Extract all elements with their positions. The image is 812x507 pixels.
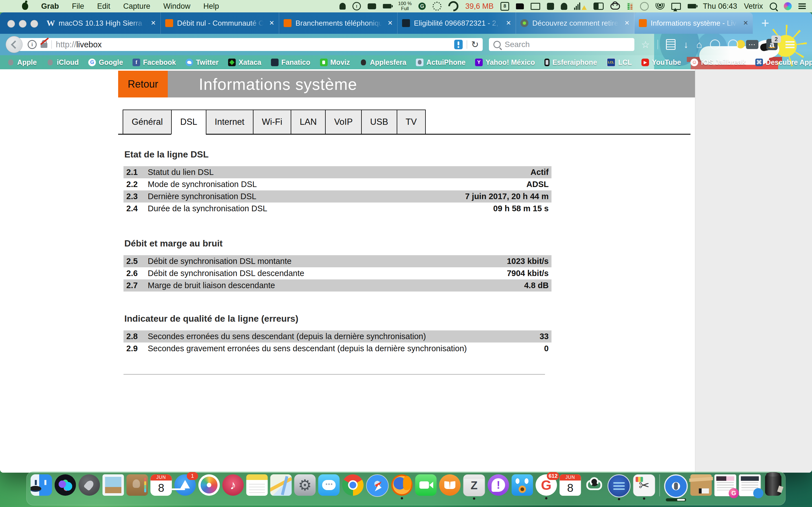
trash-dock-icon[interactable]: [765, 474, 781, 496]
tab-close-icon[interactable]: ✕: [269, 19, 274, 27]
tab-voip[interactable]: VoIP: [325, 110, 362, 135]
menu-app-name[interactable]: Grab: [41, 2, 59, 11]
downloads-icon[interactable]: ↓: [683, 39, 688, 50]
messages-dock-icon[interactable]: [318, 474, 340, 496]
menu-item-file[interactable]: File: [72, 2, 84, 11]
onepassword-dock-icon[interactable]: [664, 474, 688, 498]
tweetbot-dock-icon[interactable]: [512, 474, 533, 496]
bookmark-apple[interactable]: Apple: [7, 58, 37, 66]
finder-dock-icon[interactable]: [31, 474, 52, 496]
notes-dock-icon[interactable]: [246, 474, 268, 496]
contacts-dock-icon[interactable]: [126, 474, 148, 496]
itunes-dock-icon[interactable]: ♪: [222, 474, 244, 496]
app-store-dock-icon[interactable]: 1: [174, 474, 196, 496]
tab-close-icon[interactable]: ✕: [151, 19, 156, 27]
browser-tab[interactable]: Eligibilité 0966872321 - 2, Lo ✕: [398, 12, 516, 34]
g-menu-icon[interactable]: G: [418, 3, 426, 10]
facetime-dock-icon[interactable]: [415, 474, 437, 496]
cloudapp-dock-icon[interactable]: [583, 474, 605, 496]
g-app-dock-icon[interactable]: G612: [536, 474, 557, 496]
bookmark-fanatico[interactable]: Fanatico: [271, 58, 310, 66]
reading-list-icon[interactable]: [666, 39, 675, 50]
tab-general[interactable]: Général: [123, 110, 172, 135]
browser-tab[interactable]: Débit nul - Communauté Orange ✕: [161, 12, 279, 34]
tab-close-icon[interactable]: ✕: [388, 19, 393, 27]
page-info-icon[interactable]: i: [28, 40, 37, 49]
tab-wifi[interactable]: Wi-Fi: [253, 110, 291, 135]
spotlight-search-icon[interactable]: [770, 3, 777, 10]
firefox-dock-icon[interactable]: [391, 474, 413, 496]
documents-stack-icon[interactable]: [739, 474, 761, 496]
alert-circle-icon[interactable]: !: [352, 2, 361, 10]
bookmark-google[interactable]: GGoogle: [88, 58, 123, 66]
history-icon[interactable]: [710, 40, 720, 50]
time-machine-icon[interactable]: [640, 2, 649, 11]
card-menu-icon[interactable]: [368, 3, 376, 9]
bookmark-actuiphone[interactable]: ActuiPhone: [416, 58, 465, 66]
tab-usb[interactable]: USB: [361, 110, 397, 135]
downloads-stack-icon[interactable]: G: [714, 474, 737, 496]
notifications-bell-icon[interactable]: [340, 3, 346, 10]
url-bar[interactable]: i http://livebox ↻: [18, 38, 483, 51]
bookmark-descubre-apple[interactable]: ⌘Descubre Apple: [755, 58, 812, 66]
browser-tab[interactable]: Branchements téléphonique ✕: [279, 12, 398, 34]
blue-chat-dock-icon[interactable]: [608, 474, 631, 497]
menu-username[interactable]: Vetrix: [744, 2, 763, 11]
signal-warning-icon[interactable]: [574, 3, 587, 10]
browser-tab[interactable]: Découvrez comment retirer u ✕: [516, 12, 635, 34]
wifi-icon[interactable]: [656, 3, 665, 10]
grab-dock-icon[interactable]: ✂: [633, 474, 655, 496]
zoom-window-button[interactable]: [31, 20, 38, 27]
chrome-dock-icon[interactable]: [342, 474, 364, 496]
launchpad-dock-icon[interactable]: [79, 474, 100, 496]
network-monitor-icon[interactable]: [446, 0, 461, 13]
folder-menu-icon[interactable]: [516, 3, 524, 9]
tab-dsl[interactable]: DSL: [171, 110, 206, 135]
battery-charging-icon[interactable]: [688, 4, 696, 8]
close-window-button[interactable]: [7, 20, 15, 27]
page-action-icon[interactable]: [454, 40, 463, 49]
brightness-icon[interactable]: [433, 2, 442, 11]
tab-internet[interactable]: Internet: [206, 110, 253, 135]
bookmark-moviz[interactable]: Moviz: [320, 58, 350, 66]
airplay-icon[interactable]: [671, 3, 681, 10]
search-bar[interactable]: Search: [489, 38, 635, 51]
calendar-dock-icon[interactable]: JUN8: [151, 474, 172, 496]
back-button[interactable]: [6, 36, 22, 53]
menu-item-edit[interactable]: Edit: [97, 2, 110, 11]
insecure-lock-icon[interactable]: [41, 43, 47, 48]
system-preferences-dock-icon[interactable]: ⚙: [294, 474, 316, 496]
bookmark-star-icon[interactable]: ☆: [641, 39, 650, 50]
bookmark-yahoo[interactable]: YYahoo! México: [475, 58, 535, 66]
bookmark-facebook[interactable]: fFacebook: [133, 58, 176, 66]
maps-dock-icon[interactable]: [270, 474, 292, 496]
bookmark-applesfera[interactable]: Applesfera: [359, 58, 406, 66]
bookmark-esferaiphone[interactable]: Esferaiphone: [545, 58, 597, 66]
cloud-menu-icon[interactable]: [610, 3, 620, 10]
tab-close-icon[interactable]: ✕: [506, 19, 511, 27]
menu-item-window[interactable]: Window: [163, 2, 190, 11]
notification-center-icon[interactable]: [799, 3, 806, 9]
tab-close-icon[interactable]: ✕: [743, 19, 748, 27]
user-menu-icon[interactable]: [561, 3, 567, 10]
package-dock-icon[interactable]: [691, 474, 712, 496]
bookmark-youtube[interactable]: ▶YouTube: [642, 58, 681, 66]
alert-chat-dock-icon[interactable]: !: [488, 474, 509, 496]
amazon-extension-icon[interactable]: a 2: [766, 39, 777, 50]
url-text[interactable]: http://livebox: [56, 40, 102, 49]
memory-usage-text[interactable]: 39,6 MB: [465, 2, 494, 11]
tab-close-icon[interactable]: ✕: [624, 19, 629, 27]
fantastical-dock-icon[interactable]: JUN8: [560, 474, 581, 496]
bookmark-icloud[interactable]: iCloud: [46, 58, 79, 66]
tab-tv[interactable]: TV: [397, 110, 426, 135]
reload-icon[interactable]: ↻: [471, 39, 479, 50]
bookmark-ios-jailbreak[interactable]: ☺iOS Jailbreak: [691, 58, 746, 66]
browser-tab-active[interactable]: Informations système - Livebox ✕: [635, 12, 753, 34]
mail-dock-icon[interactable]: [103, 474, 124, 496]
safari-dock-icon[interactable]: [366, 474, 389, 497]
ibooks-dock-icon[interactable]: [439, 474, 461, 496]
app-menu-icon[interactable]: [547, 3, 554, 10]
browser-tab[interactable]: W macOS 10.13 High Sierra Beta ✕: [42, 12, 161, 34]
bookmark-twitter[interactable]: Twitter: [186, 58, 218, 66]
siri-icon[interactable]: [784, 2, 792, 10]
